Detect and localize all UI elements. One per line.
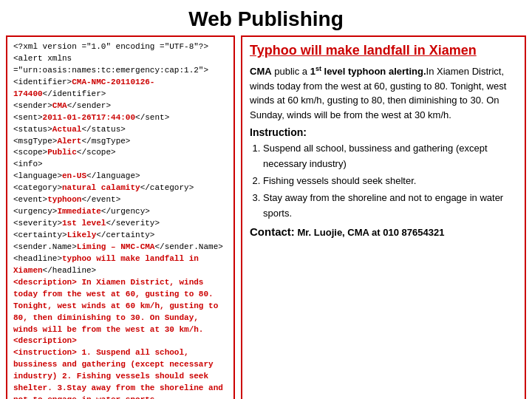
xml-line-18: <description> In Xiamen District, winds … [13, 277, 228, 348]
xml-line-19: <instruction> 1. Suspend all school, bus… [13, 347, 228, 399]
xml-line-16: <sender.Name>Liming – NMC-CMA</sender.Na… [13, 242, 228, 253]
cma-label: CMA [250, 66, 272, 77]
xml-panel: <?xml version ="1.0" encoding ="UTF-8"?>… [6, 35, 235, 399]
xml-line-6: <status>Actual</status> [13, 124, 228, 136]
instruction-heading: Instruction: [250, 126, 517, 138]
xml-line-4: <sender>CMA</sender> [13, 100, 228, 112]
xml-line-13: <urgency>Immediate</urgency> [13, 206, 228, 218]
page-title: Web Publishing [0, 7, 532, 31]
page-header: Web Publishing [0, 0, 532, 35]
xml-line-2: <alert xmlns ="urn:oasis:names:tc:emerge… [13, 53, 228, 77]
xml-line-14: <severity>1st level</severity> [13, 218, 228, 230]
xml-line-5: <sent>2011-01-26T17:44:00</sent> [13, 112, 228, 124]
instruction-list: Suspend all school, bussiness and gather… [263, 141, 517, 221]
contact-section: Contact: Mr. Luojie, CMA at 010 87654321 [250, 225, 517, 238]
instruction-item-1: Suspend all school, bussiness and gather… [263, 141, 517, 172]
body-paragraph: CMA public a 1st level typhoon alerting.… [250, 64, 517, 122]
xml-line-12: <event>typhoon</event> [13, 194, 228, 206]
typhoon-title: Typhoo will make landfall in Xiamen [250, 43, 517, 58]
xml-line-11: <category>natural calamity</category> [13, 183, 228, 194]
xml-line-17: <headline>typhoo will make landfall in X… [13, 253, 228, 277]
alerting-label: alerting. [389, 66, 426, 77]
xml-line-10: <language>en-US</language> [13, 171, 228, 183]
instruction-item-2: Fishing vessels should seek shelter. [263, 174, 517, 189]
contact-detail: Mr. Luojie, CMA at 010 87654321 [297, 227, 444, 238]
instruction-item-3: Stay away from the shoreline and not to … [263, 191, 517, 222]
xml-line-3: <identifier>CMA-NMC-20110126-174400</ide… [13, 77, 228, 100]
xml-line-7: <msgType>Alert</msgType> [13, 136, 228, 148]
main-content: <?xml version ="1.0" encoding ="UTF-8"?>… [0, 35, 532, 399]
level-label: 1st level typhoon [310, 66, 386, 77]
xml-line-9: <info> [13, 159, 228, 171]
xml-line-1: <?xml version ="1.0" encoding ="UTF-8"?> [13, 41, 228, 53]
contact-label: Contact: [250, 225, 295, 238]
xml-line-8: <scope>Public</scope> [13, 147, 228, 159]
xml-line-15: <certainty>Likely</certainty> [13, 230, 228, 242]
rendered-panel: Typhoo will make landfall in Xiamen CMA … [241, 35, 526, 399]
